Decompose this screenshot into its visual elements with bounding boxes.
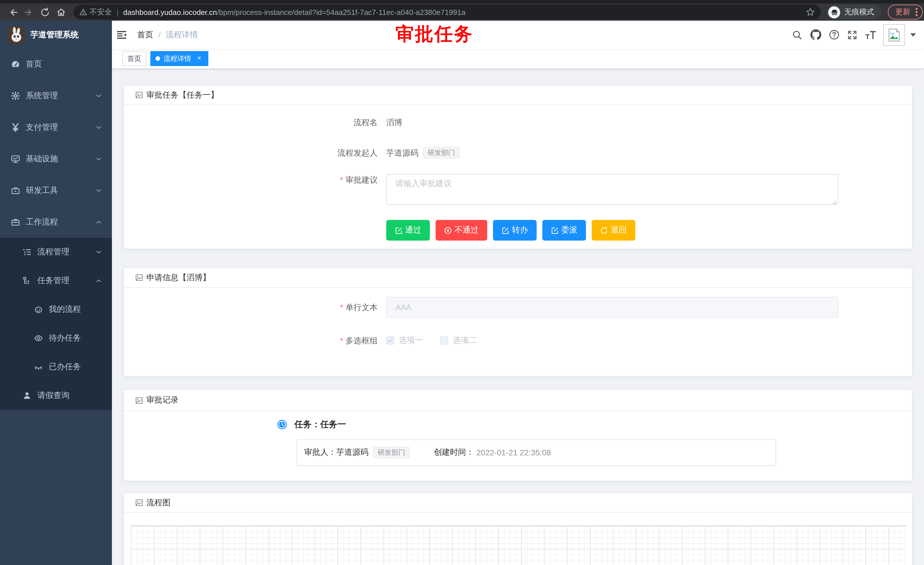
main-area: 首页 / 流程详情 — [112, 21, 924, 565]
checkbox-option-2[interactable]: 选项二 — [440, 335, 477, 346]
face-icon — [34, 305, 43, 314]
url-separator: | — [117, 8, 118, 17]
sidebar-item-my-process[interactable]: 我的流程 — [0, 295, 112, 324]
refresh-left-icon — [600, 227, 608, 234]
sidebar-item-label: 工作流程 — [26, 217, 58, 227]
sidebar-item-home[interactable]: 首页 — [0, 48, 112, 80]
sidebar-item-system[interactable]: 系统管理 — [0, 80, 112, 111]
sidebar-item-process-mgmt[interactable]: 流程管理 — [0, 238, 112, 266]
sidebar-item-label: 请假查询 — [37, 391, 69, 401]
single-text-label: 单行文本 — [135, 302, 386, 313]
image-placeholder-icon — [135, 499, 143, 506]
sidebar-item-infra[interactable]: 基础设施 — [0, 143, 112, 174]
button-label: 转办 — [512, 225, 528, 236]
app-title: 芋道管理系统 — [30, 30, 79, 40]
sidebar-item-task-mgmt[interactable]: 任务管理 — [0, 266, 112, 295]
chevron-down-icon — [95, 155, 102, 162]
card-header: 审批记录 — [124, 390, 912, 411]
avatar-caret-icon[interactable] — [910, 33, 916, 36]
created-time: 2022-01-21 22:35:08 — [476, 448, 551, 457]
home-icon[interactable] — [53, 5, 69, 20]
approver-name: 芋道源码 — [336, 447, 369, 458]
eye-open-icon — [34, 334, 43, 343]
card-header: 流程图 — [124, 493, 912, 513]
avatar[interactable] — [883, 24, 905, 46]
approver-label: 审批人： — [304, 447, 336, 458]
app-logo[interactable]: 芋道管理系统 — [0, 21, 112, 50]
url-bar[interactable]: 不安全 | dashboard.yudao.iocoder.cn/bpm/pro… — [74, 5, 821, 20]
search-icon[interactable] — [788, 21, 806, 49]
button-label: 通过 — [405, 225, 421, 236]
breadcrumb-current: 流程详情 — [166, 30, 198, 40]
resize-grip-icon[interactable] — [832, 200, 837, 205]
logo-image — [8, 26, 25, 44]
url-text: dashboard.yudao.iocoder.cn/bpm/process-i… — [123, 8, 465, 17]
sidebar-item-leave-query[interactable]: 请假查询 — [0, 381, 112, 410]
font-size-icon[interactable] — [861, 21, 880, 49]
sidebar-item-devtools[interactable]: 研发工具 — [0, 174, 112, 206]
checkbox-group-row: 多选框组 选项一 选项二 — [135, 330, 900, 351]
delegate-button[interactable]: 委派 — [542, 220, 586, 240]
browser-update-button[interactable]: 更新 — [888, 5, 923, 20]
sidebar-item-label: 系统管理 — [26, 90, 58, 101]
single-text-row: 单行文本 AAA — [135, 297, 900, 317]
approve-task-card: 审批任务【任务一】 流程名 滔博 流程发起人 芋道源码 研发部门 — [123, 85, 912, 249]
single-text-input[interactable]: AAA — [386, 297, 838, 317]
card-body — [124, 513, 912, 565]
breadcrumb-home[interactable]: 首页 — [137, 30, 153, 40]
github-icon[interactable] — [806, 21, 825, 49]
sidebar-item-workflow[interactable]: 工作流程 — [0, 206, 112, 238]
reject-button[interactable]: 不通过 — [436, 220, 487, 240]
tag-home[interactable]: 首页 — [122, 51, 146, 66]
fullscreen-icon[interactable] — [843, 21, 861, 49]
sidebar-menu: 首页 系统管理 支付管理 — [0, 48, 112, 410]
button-label: 委派 — [561, 225, 578, 236]
suggest-label: 审批建议 — [135, 174, 386, 185]
approve-button[interactable]: 通过 — [386, 220, 430, 240]
back-icon[interactable] — [4, 5, 21, 20]
page-content: 审批任务【任务一】 流程名 滔博 流程发起人 芋道源码 研发部门 — [112, 69, 924, 565]
task-title: 任务：任务一 — [294, 419, 346, 430]
bpmn-canvas[interactable] — [131, 525, 906, 565]
initiator-value: 芋道源码 研发部门 — [386, 147, 460, 158]
card-title: 审批任务【任务一】 — [146, 90, 219, 100]
sidebar-item-label: 我的流程 — [49, 304, 81, 315]
sidebar-item-todo-tasks[interactable]: 待办任务 — [0, 324, 112, 353]
breadcrumb: 首页 / 流程详情 — [137, 30, 198, 40]
sidebar-item-payment[interactable]: 支付管理 — [0, 111, 112, 143]
sidebar-item-label: 待办任务 — [49, 333, 81, 343]
edit-icon — [395, 227, 402, 234]
person-icon — [22, 391, 32, 400]
breadcrumb-separator: / — [158, 30, 161, 39]
card-title: 流程图 — [146, 497, 171, 508]
dept-tag: 研发部门 — [423, 147, 460, 158]
tag-process-detail[interactable]: 流程详情 × — [150, 51, 208, 66]
transfer-button[interactable]: 转办 — [493, 220, 537, 240]
bookmark-star-icon[interactable] — [806, 8, 815, 17]
created-label: 创建时间： — [434, 447, 474, 458]
sidebar-item-label: 流程管理 — [37, 247, 69, 257]
initiator-row: 流程发起人 芋道源码 研发部门 — [135, 147, 900, 158]
tags-view-bar: 首页 流程详情 × — [112, 49, 924, 69]
reload-icon[interactable] — [37, 5, 53, 20]
help-icon[interactable] — [825, 21, 843, 49]
suggest-field-wrap — [386, 174, 838, 207]
edit-icon — [551, 227, 558, 234]
apply-info-card: 申请信息【滔博】 单行文本 AAA 多选框组 选项一 — [123, 267, 912, 377]
sidebar-item-done-tasks[interactable]: 已办任务 — [0, 353, 112, 381]
tag-close-icon[interactable]: × — [195, 54, 203, 63]
sidebar-toggle-icon[interactable] — [112, 21, 133, 49]
forward-icon[interactable] — [21, 5, 37, 20]
browser-menu-icon[interactable] — [915, 8, 918, 17]
chevron-up-icon — [95, 218, 102, 225]
sidebar-item-label: 基础设施 — [26, 153, 58, 164]
checkbox-group-label: 多选框组 — [135, 335, 386, 346]
briefcase-icon — [11, 217, 20, 227]
return-button[interactable]: 退回 — [592, 220, 635, 240]
suggest-textarea[interactable] — [386, 174, 838, 205]
navbar: 首页 / 流程详情 — [112, 21, 924, 49]
card-body: 单行文本 AAA 多选框组 选项一 — [124, 288, 912, 376]
checkbox-option-1[interactable]: 选项一 — [386, 335, 423, 346]
suggest-row: 审批建议 — [135, 174, 900, 207]
eye-closed-icon — [34, 362, 43, 371]
